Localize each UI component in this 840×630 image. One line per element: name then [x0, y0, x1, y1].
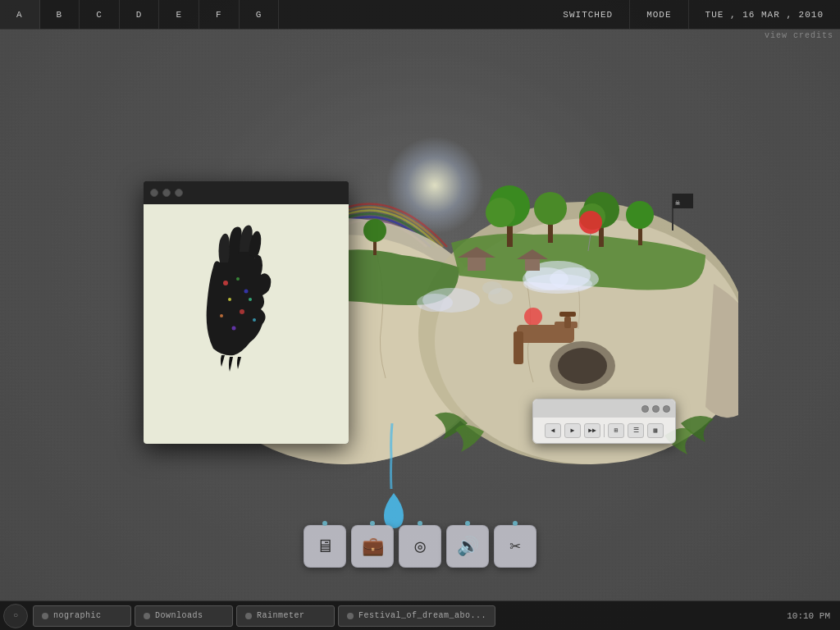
window-min-btn[interactable]: [162, 189, 171, 197]
taskbar-item-label: nographic: [53, 611, 102, 620]
briefcase-icon: 💼: [362, 536, 384, 558]
taskbar-dot: [245, 613, 252, 619]
svg-rect-22: [638, 222, 642, 245]
menu-switched[interactable]: Switched: [546, 0, 630, 29]
svg-point-39: [523, 267, 568, 290]
dock-item-display[interactable]: 🖥: [304, 525, 346, 568]
svg-rect-25: [673, 194, 693, 208]
menu-item-b[interactable]: B: [40, 0, 80, 29]
menu-item-d[interactable]: D: [120, 0, 160, 29]
media-min-btn[interactable]: [652, 405, 660, 413]
svg-point-20: [583, 192, 619, 228]
svg-point-43: [417, 294, 453, 312]
svg-point-13: [363, 219, 386, 242]
taskbar-dot: [42, 613, 48, 619]
dock-indicator: [465, 521, 470, 526]
svg-rect-14: [507, 214, 513, 247]
svg-point-41: [523, 274, 592, 294]
taskbar-dot: [144, 613, 150, 619]
application-dock: 🖥 💼 ◎ 🔊 ✂: [304, 525, 536, 568]
menu-item-f[interactable]: F: [199, 0, 240, 29]
media-view-btn2[interactable]: ☰: [628, 423, 644, 438]
svg-point-23: [626, 201, 654, 229]
dock-item-files[interactable]: 💼: [351, 525, 394, 568]
svg-text:☠: ☠: [675, 199, 680, 208]
svg-rect-17: [548, 217, 553, 243]
svg-point-53: [228, 298, 231, 301]
dock-indicator: [322, 521, 327, 526]
svg-point-15: [489, 185, 530, 226]
taskbar: ○ nographic Downloads Rainmeter Festival…: [0, 600, 840, 630]
media-prev-button[interactable]: ◀: [545, 423, 561, 438]
taskbar-item-label: Rainmeter: [257, 611, 305, 620]
volume-icon: 🔊: [457, 536, 479, 558]
svg-rect-36: [564, 317, 571, 328]
menu-item-e[interactable]: E: [159, 0, 199, 29]
dock-item-target[interactable]: ◎: [399, 525, 441, 568]
media-view-btn3[interactable]: ▦: [647, 423, 664, 438]
svg-point-58: [253, 318, 256, 322]
taskbar-item-festival[interactable]: Festival_of_dream_abo...: [338, 605, 495, 627]
media-player-window: ◀ ▶ ▶▶ ⊞ ☰ ▦: [532, 399, 676, 444]
svg-point-40: [550, 267, 599, 290]
svg-point-21: [579, 203, 605, 230]
dock-item-volume[interactable]: 🔊: [446, 525, 489, 568]
desktop: ☠: [0, 30, 840, 600]
media-next-button[interactable]: ▶▶: [584, 423, 600, 438]
top-bar-right: Switched Mode TUE , 16 MAR , 2010: [546, 0, 840, 29]
scissors-icon: ✂: [509, 536, 520, 558]
hand-window-titlebar: [144, 181, 349, 204]
svg-point-51: [236, 277, 240, 281]
window-max-btn[interactable]: [175, 189, 183, 197]
svg-point-27: [579, 211, 602, 234]
svg-rect-35: [555, 322, 578, 328]
svg-rect-34: [514, 331, 523, 364]
svg-point-50: [223, 281, 228, 285]
media-controls-bar: ◀ ▶ ▶▶ ⊞ ☰ ▦: [533, 418, 675, 443]
svg-marker-49: [517, 249, 548, 259]
svg-point-31: [524, 308, 542, 326]
svg-rect-48: [525, 259, 540, 271]
light-burst: [386, 136, 484, 235]
media-window-titlebar: [533, 399, 675, 418]
menu-mode[interactable]: Mode: [630, 0, 688, 29]
media-close-btn[interactable]: [641, 405, 649, 413]
svg-point-5: [558, 348, 607, 384]
svg-rect-19: [599, 218, 604, 247]
svg-marker-47: [458, 247, 495, 258]
target-icon: ◎: [414, 536, 425, 558]
monitor-icon: 🖥: [316, 536, 334, 558]
svg-point-45: [482, 281, 502, 294]
taskbar-item-downloads[interactable]: Downloads: [135, 605, 233, 627]
hand-window-content: [144, 204, 349, 444]
taskbar-item-label: Festival_of_dream_abo...: [358, 611, 486, 620]
svg-point-38: [525, 261, 591, 290]
menu-item-a[interactable]: A: [0, 0, 40, 29]
svg-point-4: [550, 341, 615, 390]
taskbar-item-label: Downloads: [155, 611, 203, 620]
svg-line-28: [588, 234, 591, 251]
water-drop: [377, 423, 410, 534]
taskbar-start-button[interactable]: ○: [3, 604, 28, 628]
svg-point-42: [422, 288, 480, 313]
svg-point-44: [488, 288, 513, 304]
media-play-button[interactable]: ▶: [564, 423, 581, 438]
top-menu-bar: A B C D E F G Switched Mode TUE , 16 MAR…: [0, 0, 840, 30]
taskbar-item-rainmeter[interactable]: Rainmeter: [236, 605, 335, 627]
svg-point-56: [220, 314, 223, 317]
taskbar-item-nographic[interactable]: nographic: [33, 605, 131, 627]
dock-item-tools[interactable]: ✂: [494, 525, 536, 568]
svg-rect-33: [517, 325, 574, 343]
menu-item-c[interactable]: C: [80, 0, 120, 29]
svg-point-54: [240, 309, 244, 314]
media-view-btn1[interactable]: ⊞: [608, 423, 624, 438]
menu-item-g[interactable]: G: [240, 0, 280, 29]
svg-point-55: [249, 298, 252, 301]
svg-rect-12: [373, 237, 377, 255]
svg-point-52: [244, 290, 249, 294]
media-max-btn[interactable]: [663, 405, 670, 413]
dock-indicator: [513, 521, 518, 526]
dock-indicator: [370, 521, 375, 526]
date-display: TUE , 16 MAR , 2010: [689, 10, 840, 20]
window-close-btn[interactable]: [150, 189, 158, 197]
